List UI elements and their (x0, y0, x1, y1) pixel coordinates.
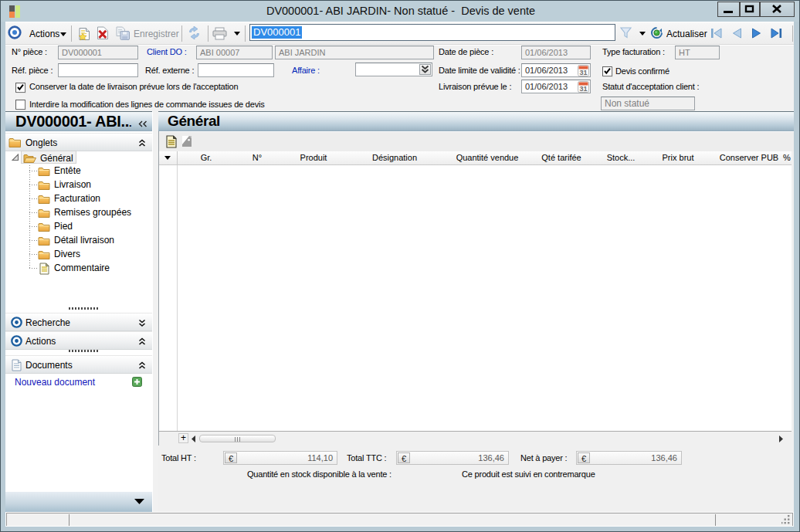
svg-text:31: 31 (579, 69, 587, 76)
svg-text:31: 31 (579, 85, 587, 93)
